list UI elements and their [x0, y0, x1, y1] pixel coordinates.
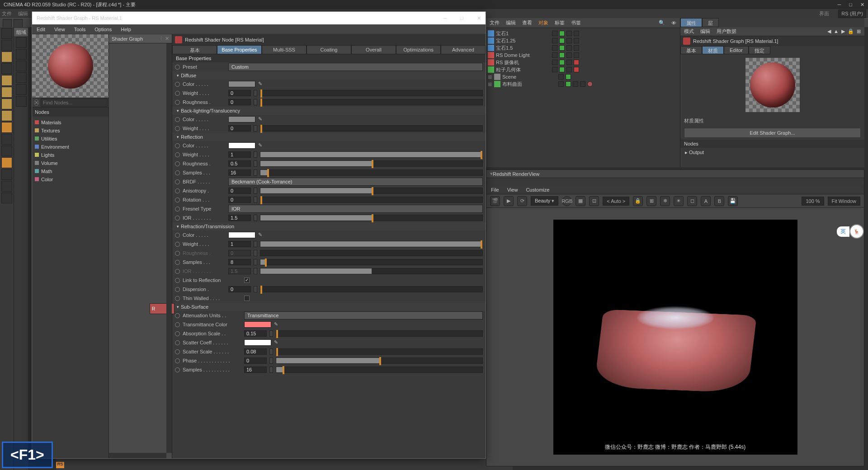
search-icon[interactable]: 🔍: [659, 20, 665, 26]
diff-color-swatch[interactable]: [228, 81, 255, 87]
q-icon[interactable]: [16, 49, 27, 60]
om-view[interactable]: 查看: [522, 19, 532, 26]
refr-color-swatch[interactable]: [228, 232, 255, 238]
eyedropper-icon[interactable]: ✎: [258, 81, 264, 87]
refl-color-swatch[interactable]: [228, 142, 255, 149]
subtab-editor[interactable]: Editor: [724, 46, 749, 54]
refr-samples-input[interactable]: 8: [228, 259, 251, 265]
group-reflection[interactable]: Reflection: [172, 133, 486, 141]
om-bookmarks[interactable]: 书签: [571, 19, 581, 26]
redo-icon[interactable]: [14, 19, 23, 28]
rot-input[interactable]: 0: [228, 197, 251, 203]
tab-basic[interactable]: 基本: [172, 45, 217, 54]
window-maximize-icon[interactable]: □: [460, 15, 463, 21]
diff-rough-slider[interactable]: [260, 99, 483, 105]
preset-dropdown[interactable]: Custom: [228, 63, 483, 71]
play-icon[interactable]: ▶: [504, 196, 514, 206]
undo-icon[interactable]: [3, 19, 12, 28]
cat-volume[interactable]: Volume: [32, 159, 108, 167]
subtab-material[interactable]: 材质: [702, 46, 724, 54]
refl-rough-input[interactable]: 0.5: [228, 160, 251, 167]
attr-userdata[interactable]: 用户数据: [717, 28, 736, 35]
scoeff-swatch[interactable]: [244, 339, 271, 346]
auto-dropdown[interactable]: < Auto >: [603, 197, 629, 206]
arrow-icon[interactable]: [16, 37, 27, 48]
layout-dropdown[interactable]: RS (用户): [838, 9, 866, 18]
refl-samples-input[interactable]: 16: [228, 169, 251, 176]
find-nodes-input[interactable]: [41, 99, 108, 107]
window-close-icon[interactable]: ✕: [477, 15, 481, 21]
link-refl-checkbox[interactable]: ✓: [244, 277, 250, 283]
obj-domelight[interactable]: RS Dome Light: [496, 52, 550, 58]
om-file[interactable]: 文件: [490, 19, 500, 26]
cylinder-icon[interactable]: [1, 87, 12, 98]
refl-weight-input[interactable]: 1: [228, 151, 251, 158]
tab-base-properties[interactable]: Base Properties: [217, 45, 262, 54]
save-b-icon[interactable]: B: [714, 196, 724, 206]
brdf-dropdown[interactable]: Beckmann (Cook-Torrance): [228, 178, 483, 186]
tab-overall[interactable]: Overall: [351, 45, 396, 54]
obj-particles[interactable]: 粒子几何体: [496, 66, 550, 73]
mat-tag-icon[interactable]: [587, 81, 593, 87]
live-select-icon[interactable]: [1, 28, 12, 39]
channel-icon[interactable]: ▦: [576, 196, 585, 206]
tex-icon[interactable]: [1, 193, 12, 203]
spinner[interactable]: [254, 90, 257, 96]
s-icon[interactable]: [1, 146, 12, 156]
om-edit[interactable]: 编辑: [506, 19, 516, 26]
aniso-input[interactable]: 0: [228, 188, 251, 194]
nav-up-icon[interactable]: ▲: [834, 28, 839, 34]
shader-graph-titlebar[interactable]: Redshift Shader Graph - RS Material.1 ─ …: [32, 12, 486, 24]
refr-samples-slider[interactable]: [260, 259, 483, 265]
nav-fwd-icon[interactable]: ▶: [841, 28, 845, 34]
tcolor-swatch[interactable]: [244, 321, 271, 328]
cam-tag-icon[interactable]: [574, 60, 579, 65]
tab-advanced[interactable]: Advanced: [441, 45, 486, 54]
diff-weight-input[interactable]: 0: [228, 90, 251, 96]
refl-weight-slider[interactable]: [260, 151, 483, 158]
env-tag-icon[interactable]: [574, 52, 579, 58]
om-object[interactable]: 对象: [538, 19, 548, 26]
tab-layers[interactable]: 层: [702, 18, 719, 27]
h-scrollbar[interactable]: [109, 453, 166, 458]
group-subsurface[interactable]: Sub-Surface: [172, 303, 486, 311]
group-refraction[interactable]: Refraction/Transmission: [172, 222, 486, 230]
sscale-input[interactable]: 0.08: [244, 348, 267, 355]
shader-graph-canvas[interactable]: Shader Graph⋮ ✕ R: [109, 34, 172, 458]
cat-lights[interactable]: Lights: [32, 151, 108, 159]
lock-icon[interactable]: 🔒: [848, 28, 854, 34]
tab-coating[interactable]: Coating: [307, 45, 351, 54]
rv-file[interactable]: File: [491, 187, 499, 193]
minimize-icon[interactable]: ─: [838, 2, 841, 8]
nav-back-icon[interactable]: ◀: [827, 28, 831, 34]
back-weight-input[interactable]: 0: [228, 125, 251, 132]
snapshot-icon[interactable]: ◻: [687, 196, 697, 206]
sphere-icon[interactable]: [1, 99, 12, 109]
subtab-basic[interactable]: 基本: [680, 46, 702, 54]
grid-icon[interactable]: ⊞: [646, 196, 656, 206]
sun-icon[interactable]: ☀: [674, 196, 684, 206]
cone-icon[interactable]: [1, 110, 12, 121]
sg-menu-edit[interactable]: Edit: [37, 27, 45, 32]
rot-slider[interactable]: [260, 197, 483, 203]
sss-samples-slider[interactable]: [276, 367, 483, 373]
output-node[interactable]: ▸ Output: [680, 148, 864, 157]
group-diffuse[interactable]: Diffuse: [172, 71, 486, 80]
disp-slider[interactable]: [260, 286, 483, 292]
plane-icon[interactable]: [1, 75, 12, 86]
v-scrollbar[interactable]: [166, 43, 172, 453]
q5-icon[interactable]: [16, 96, 27, 107]
cat-utilities[interactable]: Utilities: [32, 135, 108, 143]
refl-rough-slider[interactable]: [260, 160, 483, 167]
sg-menu-options[interactable]: Options: [94, 27, 112, 32]
obj-gem125[interactable]: 宝石1.25: [496, 38, 550, 44]
clapper-icon[interactable]: 🎬: [490, 196, 500, 206]
cube-icon[interactable]: [1, 52, 12, 62]
refresh-icon[interactable]: ⟳: [517, 196, 527, 206]
obj-scene[interactable]: Scene: [502, 74, 557, 80]
aov-dropdown[interactable]: Beauty ▾: [531, 196, 558, 206]
grid-icon[interactable]: [1, 169, 12, 180]
q3-icon[interactable]: [16, 72, 27, 83]
sg-menu-tools[interactable]: Tools: [74, 27, 86, 32]
cat-color[interactable]: Color: [32, 175, 108, 183]
